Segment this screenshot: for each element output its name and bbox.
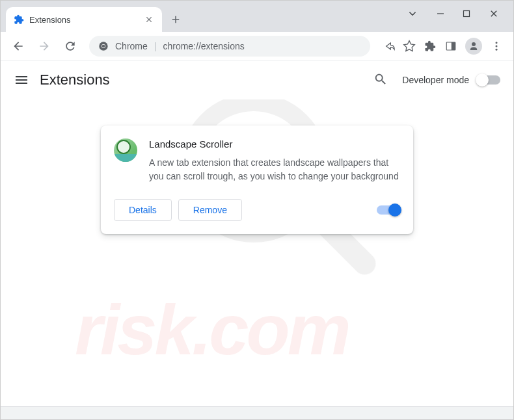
window-controls	[392, 1, 513, 27]
svg-point-9	[496, 45, 498, 47]
extension-description: A new tab extension that creates landsca…	[149, 156, 400, 183]
omnibox-label: Chrome	[115, 41, 148, 51]
browser-tab[interactable]: Extensions	[6, 7, 162, 32]
address-bar[interactable]: Chrome | chrome://extensions	[89, 36, 370, 57]
profile-avatar[interactable]	[465, 38, 482, 55]
reload-button[interactable]	[59, 35, 81, 57]
omnibox-url: chrome://extensions	[163, 41, 244, 51]
extension-toggle[interactable]	[377, 205, 400, 215]
page-title: Extensions	[40, 72, 373, 88]
extension-card: Landscape Scroller A new tab extension t…	[101, 125, 413, 234]
developer-mode: Developer mode	[402, 75, 500, 85]
toolbar: Chrome | chrome://extensions	[1, 32, 513, 60]
minimize-button[interactable]	[437, 10, 444, 18]
svg-point-7	[472, 42, 476, 46]
forward-button[interactable]	[33, 35, 55, 57]
puzzle-icon	[14, 14, 24, 25]
remove-button[interactable]: Remove	[178, 199, 242, 221]
svg-point-4	[102, 44, 105, 47]
back-button[interactable]	[7, 35, 29, 57]
search-button[interactable]	[373, 72, 389, 88]
developer-mode-toggle[interactable]	[477, 75, 500, 85]
menu-button[interactable]	[14, 72, 29, 88]
content-area: Landscape Scroller A new tab extension t…	[1, 99, 513, 247]
chrome-icon	[98, 41, 109, 51]
svg-point-8	[496, 42, 498, 44]
share-icon[interactable]	[382, 40, 395, 53]
details-button[interactable]: Details	[114, 199, 172, 221]
chevron-down-icon[interactable]	[407, 8, 418, 20]
developer-mode-label: Developer mode	[402, 75, 469, 85]
close-tab-button[interactable]	[144, 14, 154, 25]
svg-rect-1	[464, 11, 470, 17]
svg-point-10	[496, 48, 498, 50]
extensions-icon[interactable]	[424, 40, 437, 53]
extension-name: Landscape Scroller	[149, 138, 400, 150]
maximize-button[interactable]	[463, 10, 470, 18]
star-icon[interactable]	[403, 40, 416, 53]
sidepanel-icon[interactable]	[444, 40, 457, 53]
kebab-menu-icon[interactable]	[490, 40, 503, 53]
page-header: Extensions Developer mode	[1, 60, 513, 99]
new-tab-button[interactable]	[166, 10, 185, 29]
extension-icon	[114, 138, 137, 162]
tab-title: Extensions	[29, 15, 139, 25]
window-titlebar: Extensions	[1, 1, 513, 32]
bottom-bar	[1, 406, 513, 419]
close-window-button[interactable]	[489, 8, 499, 19]
svg-rect-6	[452, 42, 455, 50]
